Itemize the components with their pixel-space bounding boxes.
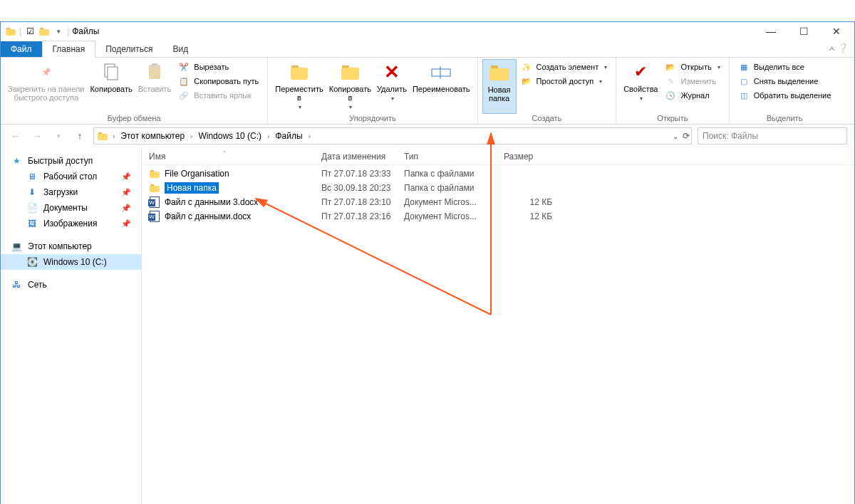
sidebar-documents[interactable]: 📄Документы📌 — [1, 200, 141, 216]
qat-dropdown-icon[interactable]: ▾ — [53, 26, 64, 37]
sidebar-this-pc[interactable]: 💻Этот компьютер — [1, 238, 141, 254]
address-dropdown-icon[interactable]: ⌄ — [673, 132, 678, 140]
app-icon — [5, 26, 16, 37]
open-icon: 📂 — [665, 61, 676, 73]
file-row[interactable]: Новая папкаВс 30.09.18 20:23Папка с файл… — [142, 181, 854, 195]
copy-button[interactable]: Копировать — [87, 59, 135, 114]
select-all-icon: ▦ — [738, 61, 750, 73]
downloads-icon: ⬇ — [26, 187, 38, 198]
pin-icon: 📌 — [35, 61, 58, 83]
file-type: Документ Micros... — [400, 197, 499, 207]
col-name[interactable]: Имя˄ — [145, 152, 317, 162]
tab-home[interactable]: Главная — [42, 41, 96, 58]
qat-folder-icon[interactable] — [38, 26, 50, 37]
group-select: ▦Выделить все ▢Снять выделение ◫Обратить… — [730, 58, 840, 124]
sidebar-network[interactable]: 🖧Сеть — [1, 277, 141, 293]
close-button[interactable]: ✕ — [820, 22, 853, 41]
file-type: Папка с файлами — [400, 169, 499, 179]
sidebar-downloads[interactable]: ⬇Загрузки📌 — [1, 184, 141, 200]
address-bar[interactable]: › Этот компьютер › Windows 10 (C:) › Фай… — [93, 127, 692, 145]
paste-button[interactable]: Вставить — [135, 59, 175, 114]
maximize-button[interactable]: ☐ — [787, 22, 820, 41]
file-row[interactable]: Файл с данными.docxПт 27.07.18 23:16Доку… — [142, 209, 854, 224]
pc-icon: 💻 — [11, 241, 22, 252]
copy-path-button[interactable]: 📋Скопировать путь — [175, 75, 261, 88]
nav-forward-button[interactable]: → — [29, 128, 45, 144]
file-row[interactable]: File OrganisationПт 27.07.18 23:33Папка … — [142, 167, 854, 181]
chevron-right-icon[interactable]: › — [264, 132, 272, 140]
select-none-icon: ▢ — [738, 75, 750, 87]
tab-share[interactable]: Поделиться — [95, 41, 162, 57]
file-row[interactable]: Файл с данными 3.docxПт 27.07.18 23:10До… — [142, 195, 854, 209]
crumb-drive[interactable]: Windows 10 (C:) — [197, 131, 263, 141]
chevron-right-icon[interactable]: › — [306, 132, 314, 140]
sidebar-drive-c[interactable]: 💽Windows 10 (C:) — [1, 254, 141, 270]
location-folder-icon — [97, 130, 108, 142]
title-bar: | ☑ ▾ | Файлы ― ☐ ✕ — [1, 22, 854, 41]
filename-edit-input[interactable]: Новая папка — [165, 182, 219, 194]
copy-to-icon — [338, 61, 361, 83]
rename-button[interactable]: Переименовать — [410, 59, 473, 114]
tab-view[interactable]: Вид — [162, 41, 198, 57]
edit-button[interactable]: ✎Изменить — [662, 75, 722, 88]
chevron-right-icon[interactable]: › — [110, 132, 118, 140]
nav-recent-button[interactable]: ▾ — [51, 128, 66, 144]
group-new: Новая папка ✨Создать элемент▾ 📂Простой д… — [478, 58, 617, 124]
copy-icon — [100, 61, 123, 83]
select-none-button[interactable]: ▢Снять выделение — [735, 75, 834, 88]
group-open-label: Открыть — [621, 114, 725, 124]
copy-to-button[interactable]: Копировать в▾ — [326, 59, 374, 114]
drive-icon: 💽 — [26, 256, 38, 268]
nav-back-button[interactable]: ← — [8, 128, 24, 144]
copy-path-icon: 📋 — [178, 75, 190, 87]
group-select-label: Выделить — [734, 114, 836, 124]
file-size: 12 КБ — [499, 197, 556, 207]
properties-button[interactable]: ✔ Свойства▾ — [621, 59, 660, 114]
folder-icon — [149, 182, 160, 194]
invert-selection-button[interactable]: ◫Обратить выделение — [735, 89, 834, 102]
select-all-button[interactable]: ▦Выделить все — [735, 61, 834, 73]
cut-button[interactable]: ✂️Вырезать — [175, 61, 261, 73]
pin-icon: 📌 — [121, 172, 131, 182]
pin-icon: 📌 — [121, 188, 131, 197]
col-size[interactable]: Размер — [499, 152, 556, 162]
refresh-icon[interactable]: ⟳ — [683, 131, 690, 141]
qat-checkbox-icon[interactable]: ☑ — [24, 26, 36, 37]
sidebar-quick-access[interactable]: ★Быстрый доступ — [1, 153, 141, 169]
explorer-window: | ☑ ▾ | Файлы ― ☐ ✕ Файл Главная Поделит… — [0, 21, 855, 504]
col-type[interactable]: Тип — [400, 152, 499, 162]
main-area: ★Быстрый доступ 🖥Рабочий стол📌 ⬇Загрузки… — [1, 147, 854, 504]
minimize-button[interactable]: ― — [755, 22, 787, 41]
chevron-right-icon[interactable]: › — [187, 132, 195, 140]
sidebar-desktop[interactable]: 🖥Рабочий стол📌 — [1, 169, 141, 184]
paste-shortcut-button[interactable]: 🔗Вставить ярлык — [175, 89, 261, 102]
new-item-button[interactable]: ✨Создать элемент▾ — [518, 61, 611, 73]
word-doc-icon — [149, 211, 160, 222]
pin-quickaccess-button[interactable]: 📌 Закрепить на панели быстрого доступа — [5, 59, 87, 114]
tab-file[interactable]: Файл — [1, 41, 42, 57]
help-icon[interactable]: ❔ — [837, 43, 849, 53]
svg-rect-4 — [432, 69, 450, 76]
ribbon: 📌 Закрепить на панели быстрого доступа К… — [1, 58, 854, 125]
new-folder-button[interactable]: Новая папка — [482, 59, 517, 114]
folder-icon — [149, 168, 160, 179]
delete-button[interactable]: ✕ Удалить▾ — [374, 59, 410, 114]
file-rows: File OrganisationПт 27.07.18 23:33Папка … — [142, 165, 854, 225]
window-title: Файлы — [72, 26, 99, 36]
nav-up-button[interactable]: ↑ — [72, 128, 88, 144]
history-button[interactable]: 🕓Журнал — [662, 89, 722, 102]
file-size: 12 КБ — [499, 211, 556, 221]
collapse-ribbon-icon[interactable]: ㅅ — [828, 43, 836, 54]
easy-access-button[interactable]: 📂Простой доступ▾ — [518, 75, 611, 88]
ribbon-tabs: Файл Главная Поделиться Вид ㅅ ❔ — [1, 41, 854, 58]
search-input[interactable]: Поиск: Файлы — [698, 127, 847, 145]
move-to-icon — [288, 61, 311, 83]
sidebar-pictures[interactable]: 🖼Изображения📌 — [1, 216, 141, 231]
nav-bar: ← → ▾ ↑ › Этот компьютер › Windows 10 (C… — [1, 125, 854, 147]
crumb-this-pc[interactable]: Этот компьютер — [119, 131, 186, 141]
nav-sidebar: ★Быстрый доступ 🖥Рабочий стол📌 ⬇Загрузки… — [1, 147, 142, 504]
move-to-button[interactable]: Переместить в▾ — [272, 59, 326, 114]
col-date[interactable]: Дата изменения — [317, 152, 400, 162]
open-button[interactable]: 📂Открыть▾ — [662, 61, 722, 73]
crumb-folder[interactable]: Файлы — [274, 131, 304, 141]
